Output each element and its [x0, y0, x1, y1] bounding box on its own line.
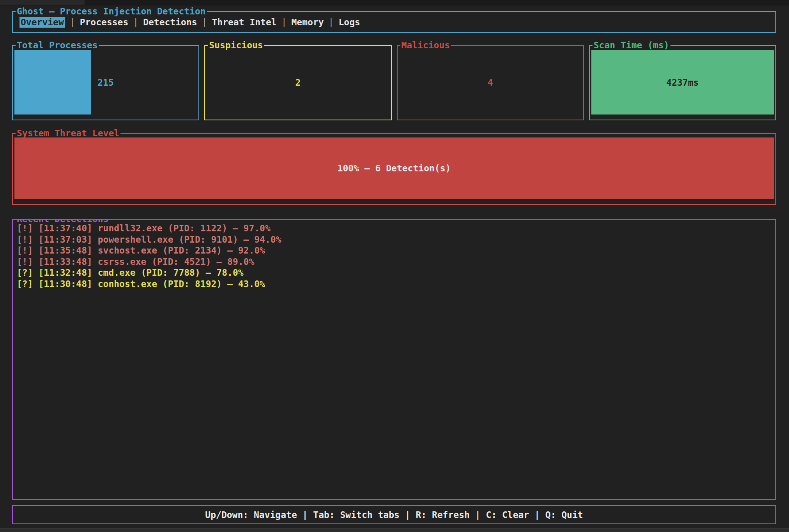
detection-row[interactable]: [!] [11:37:40] rundll32.exe (PID: 1122) …	[17, 223, 771, 234]
recent-detections-title: Recent Detections	[16, 219, 110, 224]
tab-memory[interactable]: Memory	[292, 17, 324, 27]
threat-level-panel: System Threat Level 100% — 6 Detection(s…	[12, 133, 776, 205]
window-titlebar	[0, 0, 789, 5]
stat-value: 4	[399, 50, 582, 115]
detection-row[interactable]: [?] [11:30:48] conhost.exe (PID: 8192) —…	[17, 278, 771, 290]
header-panel: Ghost — Process Injection Detection Over…	[12, 11, 776, 33]
stat-suspicious: Suspicious 2	[204, 45, 391, 120]
recent-detections-panel: Recent Detections [!] [11:37:40] rundll3…	[12, 219, 776, 500]
tab-logs[interactable]: Logs	[338, 17, 360, 27]
stat-value: 215	[14, 50, 197, 115]
tab-separator: |	[128, 17, 143, 27]
detection-row[interactable]: [?] [11:32:48] cmd.exe (PID: 7788) — 78.…	[17, 267, 771, 278]
tab-overview[interactable]: Overview	[19, 17, 65, 28]
malicious-gauge: 4	[399, 50, 582, 115]
stat-title: Suspicious	[208, 40, 264, 50]
stat-malicious: Malicious 4	[397, 45, 584, 120]
tab-detections[interactable]: Detections	[143, 17, 197, 27]
app-title: Ghost — Process Injection Detection	[16, 6, 207, 16]
stat-title: Scan Time (ms)	[593, 40, 670, 50]
help-text: Up/Down: Navigate | Tab: Switch tabs | R…	[205, 510, 583, 520]
terminal-content: Ghost — Process Injection Detection Over…	[12, 5, 776, 524]
stat-value: 2	[207, 50, 389, 115]
stat-value: 4237ms	[591, 50, 774, 115]
detections-list: [!] [11:37:40] rundll32.exe (PID: 1122) …	[17, 223, 771, 289]
detection-row[interactable]: [!] [11:33:48] csrss.exe (PID: 4521) — 8…	[17, 256, 771, 268]
terminal-tab[interactable]	[0, 0, 85, 5]
threat-level-title: System Threat Level	[16, 128, 120, 138]
help-bar: Up/Down: Navigate | Tab: Switch tabs | R…	[12, 505, 776, 524]
detection-row[interactable]: [!] [11:35:48] svchost.exe (PID: 2134) —…	[17, 245, 771, 256]
total-processes-gauge: 215	[14, 50, 197, 115]
tab-separator: |	[324, 17, 339, 27]
tab-separator: |	[277, 17, 292, 27]
threat-level-value: 100% — 6 Detection(s)	[14, 137, 774, 199]
window-bottom-edge	[0, 528, 789, 532]
scan-time-gauge: 4237ms	[591, 50, 774, 115]
stat-title: Total Processes	[16, 40, 99, 50]
tab-separator: |	[197, 17, 212, 27]
stat-scan-time: Scan Time (ms) 4237ms	[589, 45, 776, 120]
tab-threat-intel[interactable]: Threat Intel	[212, 17, 276, 27]
stat-title: Malicious	[400, 40, 451, 50]
threat-level-gauge: 100% — 6 Detection(s)	[14, 137, 774, 199]
stats-row: Total Processes 215 Suspicious 2 Malicio…	[12, 45, 776, 120]
tab-processes[interactable]: Processes	[80, 17, 129, 27]
suspicious-gauge: 2	[207, 50, 389, 115]
stat-total-processes: Total Processes 215	[12, 45, 199, 120]
detection-row[interactable]: [!] [11:37:03] powershell.exe (PID: 9101…	[17, 234, 771, 245]
tab-separator: |	[65, 17, 80, 27]
